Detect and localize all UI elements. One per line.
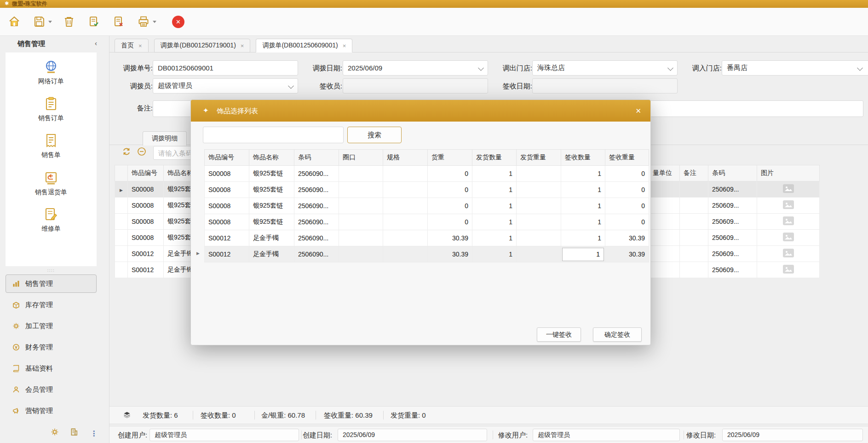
- tab-transfer-detail[interactable]: 调拨明细: [143, 131, 187, 146]
- divider: [383, 411, 384, 420]
- dialog-search-button[interactable]: 搜索: [347, 127, 402, 143]
- dialog-close-icon[interactable]: ✕: [635, 100, 641, 122]
- menu-item-label: 基础资料: [25, 364, 53, 373]
- table-header-row: 饰品编号 饰品名称 条码 圈口 规格 货重 发货数量 发货重量 签收数量 签收重…: [205, 150, 649, 166]
- transfer-clerk-select[interactable]: [153, 78, 298, 93]
- confirm-sign-button[interactable]: 确定签收: [593, 327, 642, 342]
- target-store-select[interactable]: [722, 60, 868, 76]
- row-expander-icon[interactable]: ▶: [196, 251, 200, 256]
- col-header-unit: 量单位: [649, 165, 680, 181]
- home-button[interactable]: [6, 14, 22, 29]
- row-expander-icon[interactable]: ▶: [120, 188, 123, 192]
- tab-transfer-609001[interactable]: 调拨单(DB001250609001) ×: [256, 39, 352, 52]
- settings-gear-button[interactable]: [51, 428, 59, 437]
- menu-item-label: 财务管理: [25, 343, 53, 352]
- image-placeholder-icon[interactable]: [783, 249, 794, 257]
- divider: [254, 411, 255, 420]
- gear-icon: [51, 428, 59, 436]
- col-header-ship-weight: 发货重量: [517, 150, 561, 166]
- quick-item-label: 网络订单: [6, 77, 97, 86]
- tab-close-icon[interactable]: ×: [343, 42, 346, 49]
- footer-bar: 创建用户: 超级管理员 创建日期: 2025/06/09 修改用户: 超级管理员…: [109, 426, 868, 443]
- table-row-selected[interactable]: S00012足金手镯2506090... 30.391 30.39: [205, 246, 649, 262]
- image-placeholder-icon[interactable]: [783, 216, 794, 225]
- sign-date-input[interactable]: [532, 78, 678, 93]
- scan-loop-button[interactable]: [122, 147, 132, 157]
- menu-item-label: 营销管理: [25, 407, 53, 415]
- col-header-image: 图片: [757, 165, 820, 181]
- source-store-select[interactable]: [532, 60, 678, 76]
- tab-home[interactable]: 首页 ×: [115, 39, 149, 52]
- sidebar-item-sales-management[interactable]: 销售管理: [6, 274, 97, 293]
- target-store-label: 调入门店:: [683, 60, 722, 76]
- table-row[interactable]: S00008银925套链2506090... 01 1 0: [205, 214, 649, 230]
- sidebar-collapse-icon[interactable]: ‹: [95, 39, 97, 47]
- tab-label: 首页: [121, 41, 134, 50]
- dialog-search-input[interactable]: [203, 127, 344, 143]
- image-placeholder-icon[interactable]: [783, 233, 794, 241]
- bar-chart-icon: [12, 280, 20, 287]
- print-button[interactable]: [136, 14, 151, 29]
- box-icon: [12, 301, 20, 309]
- save-button[interactable]: [31, 14, 47, 29]
- panel-drag-handle[interactable]: ∷∷: [0, 268, 102, 273]
- sidebar-item-sales-orders[interactable]: 销售订单: [6, 96, 97, 122]
- tab-close-icon[interactable]: ×: [241, 42, 244, 49]
- more-options-button[interactable]: ⋮: [90, 430, 98, 437]
- menu-item-label: 加工管理: [25, 322, 53, 331]
- transfer-no-input[interactable]: [153, 60, 298, 76]
- audit-button[interactable]: [86, 14, 102, 29]
- trash-icon: [63, 16, 75, 28]
- image-placeholder-icon[interactable]: [783, 265, 794, 274]
- summary-ship-qty: 发货数量: 6: [143, 407, 178, 424]
- sign-qty-edit-input[interactable]: [562, 248, 604, 261]
- col-header-spec: 规格: [383, 150, 428, 166]
- col-header-weight: 货重: [428, 150, 472, 166]
- save-dropdown-caret[interactable]: [48, 21, 52, 23]
- sidebar-menu: 销售管理 库存管理 加工管理 财务管理 基础资料 会员管理 营销管理: [6, 274, 97, 423]
- delete-button[interactable]: [61, 14, 77, 29]
- sidebar-item-sales-slip[interactable]: 销售单: [6, 133, 97, 159]
- sign-clerk-input[interactable]: [343, 78, 488, 93]
- store-building-button[interactable]: [70, 428, 78, 437]
- image-placeholder-icon[interactable]: [783, 184, 794, 193]
- modified-by-label: 修改用户:: [498, 426, 528, 443]
- sidebar-item-base-data[interactable]: 基础资料: [6, 359, 97, 378]
- printer-icon: [138, 16, 149, 28]
- transfer-date-select[interactable]: [343, 60, 488, 76]
- sidebar-item-sales-return[interactable]: 销售退货单: [6, 170, 97, 197]
- table-row[interactable]: S00008银925套链2506090... 01 1 0: [205, 182, 649, 198]
- quick-item-label: 销售单: [6, 151, 97, 159]
- document-check-icon: [88, 16, 100, 28]
- image-placeholder-icon[interactable]: [783, 200, 794, 209]
- sparkle-icon: ✦: [203, 106, 209, 115]
- quick-item-label: 维修单: [6, 225, 97, 233]
- col-header-name: 饰品名称: [249, 150, 294, 166]
- sidebar-item-network-orders[interactable]: 网络订单: [6, 59, 97, 86]
- table-row[interactable]: S00008银925套链2506090... 01 1 0: [205, 198, 649, 214]
- layers-icon[interactable]: [123, 411, 131, 420]
- print-dropdown-caret[interactable]: [153, 21, 156, 23]
- table-row[interactable]: S00012足金手镯2506090... 30.391 1 30.39: [205, 230, 649, 246]
- sign-all-button[interactable]: 一键签收: [537, 327, 581, 342]
- sidebar-item-member-management[interactable]: 会员管理: [6, 380, 97, 399]
- col-header-code: 饰品编号: [205, 150, 249, 166]
- home-icon: [8, 16, 20, 28]
- unaudit-button[interactable]: [111, 14, 126, 29]
- divider: [684, 431, 684, 439]
- remove-row-button[interactable]: [137, 147, 147, 157]
- loop-arrows-icon: [122, 147, 131, 156]
- sidebar-item-processing-management[interactable]: 加工管理: [6, 317, 97, 335]
- tab-transfer-719001[interactable]: 调拨单(DB001250719001) ×: [154, 39, 251, 52]
- table-row[interactable]: S00008银925套链2506090... 01 1 0: [205, 166, 649, 182]
- close-window-button[interactable]: ✕: [172, 16, 184, 28]
- created-by-label: 创建用户:: [118, 426, 147, 443]
- sidebar-item-finance-management[interactable]: 财务管理: [6, 338, 97, 356]
- dialog-header: ✦ 饰品选择列表 ✕: [191, 100, 650, 122]
- sidebar-item-inventory-management[interactable]: 库存管理: [6, 296, 97, 314]
- col-header-barcode: 条码: [294, 150, 339, 166]
- tab-close-icon[interactable]: ×: [138, 42, 142, 49]
- sidebar-item-repair[interactable]: 维修单: [6, 206, 97, 233]
- summary-sign-qty: 签收数量: 0: [201, 407, 236, 424]
- sidebar-item-marketing-management[interactable]: 营销管理: [6, 402, 97, 420]
